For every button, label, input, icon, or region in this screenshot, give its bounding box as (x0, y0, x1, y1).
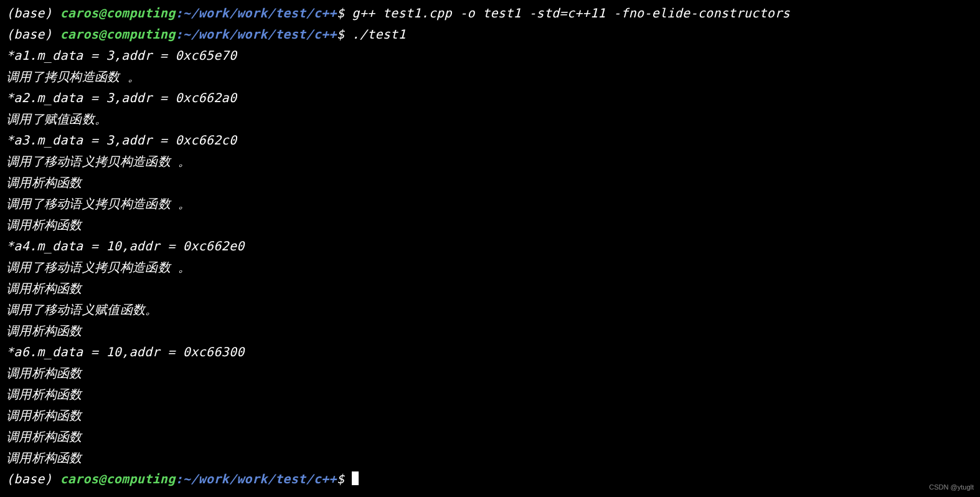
output-line: 调用析构函数 (6, 214, 974, 235)
output-line: *a4.m_data = 10,addr = 0xc662e0 (6, 235, 974, 257)
watermark: CSDN @ytuglt (929, 481, 974, 493)
prompt-dollar: $ (337, 27, 344, 42)
prompt-path: :~/work/work/test/c++ (176, 6, 337, 21)
prompt-user: caros@computing (60, 6, 175, 21)
output-line: *a1.m_data = 3,addr = 0xc65e70 (6, 45, 974, 66)
output-line: 调用了拷贝构造函数 。 (6, 66, 974, 87)
output-line: 调用了移动语义拷贝构造函数 。 (6, 151, 974, 172)
prompt-user: caros@computing (60, 471, 175, 486)
output-line: 调用了移动语义拷贝构造函数 。 (6, 193, 974, 214)
prompt-dollar: $ (337, 6, 344, 21)
output-line: *a3.m_data = 3,addr = 0xc662c0 (6, 130, 974, 151)
output-line: 调用析构函数 (6, 384, 974, 405)
output-line: 调用析构函数 (6, 278, 974, 299)
output-line: *a2.m_data = 3,addr = 0xc662a0 (6, 87, 974, 108)
output-line: 调用析构函数 (6, 447, 974, 468)
output-line: 调用了移动语义赋值函数。 (6, 299, 974, 320)
prompt-env: (base) (6, 27, 60, 42)
output-line: 调用析构函数 (6, 405, 974, 426)
prompt-line-active[interactable]: (base) caros@computing:~/work/work/test/… (6, 468, 974, 490)
output-line: 调用析构函数 (6, 172, 974, 193)
output-line: 调用析构函数 (6, 426, 974, 447)
prompt-env: (base) (6, 471, 60, 486)
cursor-icon (352, 471, 359, 485)
output-line: 调用析构函数 (6, 320, 974, 341)
prompt-dollar: $ (337, 471, 344, 486)
prompt-user: caros@computing (60, 27, 175, 42)
compile-command: g++ test1.cpp -o test1 -std=c++11 -fno-e… (344, 6, 790, 21)
output-line: 调用了赋值函数。 (6, 108, 974, 130)
prompt-line-compile[interactable]: (base) caros@computing:~/work/work/test/… (6, 2, 974, 24)
prompt-path: :~/work/work/test/c++ (176, 471, 337, 486)
prompt-env: (base) (6, 6, 60, 21)
run-command: ./test1 (344, 27, 406, 42)
output-line: *a6.m_data = 10,addr = 0xc66300 (6, 341, 974, 362)
output-line: 调用析构函数 (6, 362, 974, 384)
prompt-path: :~/work/work/test/c++ (176, 27, 337, 42)
prompt-line-run[interactable]: (base) caros@computing:~/work/work/test/… (6, 24, 974, 45)
output-line: 调用了移动语义拷贝构造函数 。 (6, 257, 974, 278)
